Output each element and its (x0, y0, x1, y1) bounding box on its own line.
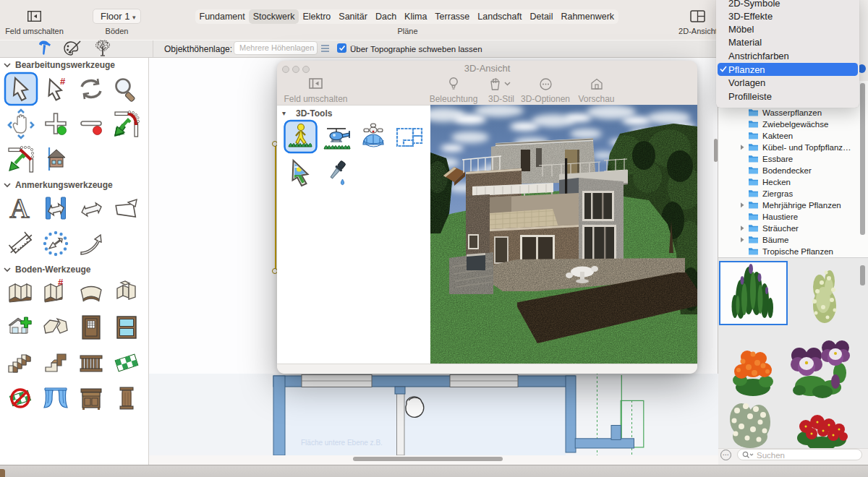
svg-text:Bearbeitungswerkzeuge: Bearbeitungswerkzeuge (15, 60, 115, 70)
svg-text:Wasserpflanzen: Wasserpflanzen (762, 108, 822, 117)
svg-text:Zwiebelgewächse: Zwiebelgewächse (762, 120, 828, 129)
svg-text:Kübel- und Topfpflanz…: Kübel- und Topfpflanz… (762, 143, 851, 152)
svg-text:#: # (58, 277, 64, 288)
svg-text:Anmerkungswerkzeuge: Anmerkungswerkzeuge (15, 180, 113, 190)
svg-text:Bäume: Bäume (762, 236, 788, 244)
svg-text:Essbare: Essbare (762, 155, 793, 163)
svg-text:Tropische Pflanzen: Tropische Pflanzen (762, 247, 833, 256)
svg-text:Bodendecker: Bodendecker (762, 166, 812, 175)
svg-text:Ziergras: Ziergras (762, 189, 793, 198)
svg-text:Sträucher: Sträucher (762, 224, 799, 233)
svg-text:Kakteen: Kakteen (762, 132, 793, 140)
svg-text:A: A (9, 193, 30, 223)
svg-text:Hecken: Hecken (762, 178, 791, 186)
svg-text:Haustiere: Haustiere (762, 212, 798, 221)
svg-text:Boden-Werkzeuge: Boden-Werkzeuge (15, 265, 91, 275)
svg-text:#: # (60, 76, 66, 87)
svg-text:Mehrjährige Pflanzen: Mehrjährige Pflanzen (762, 201, 841, 210)
svg-text:Fläche untere Ebene z.B.: Fläche untere Ebene z.B. (301, 439, 383, 447)
